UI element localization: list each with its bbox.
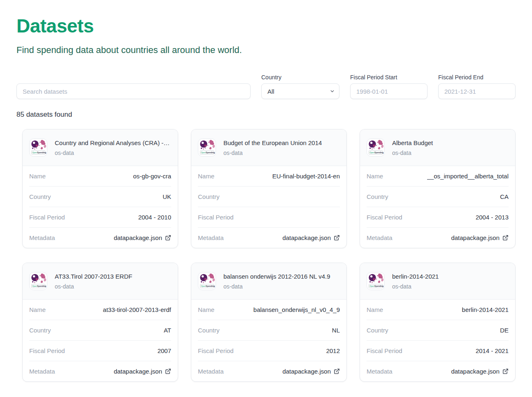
dataset-metadata-row: Metadata datapackage.json <box>198 361 340 381</box>
country-filter: Country All <box>261 74 339 99</box>
metadata-row-label: Metadata <box>29 368 55 375</box>
dataset-country-row: Country <box>198 186 340 207</box>
fiscal-period-row-label: Fiscal Period <box>198 214 234 221</box>
dataset-card-header: OpenSpending Country and Regional Analys… <box>23 129 178 166</box>
datapackage-link[interactable]: datapackage.json <box>114 234 171 241</box>
datapackage-link[interactable]: datapackage.json <box>451 368 509 375</box>
dataset-fiscal-period-row: Fiscal Period 2012 <box>198 340 340 361</box>
fiscal-period-row-label: Fiscal Period <box>29 347 65 354</box>
openspending-logo-icon: OpenSpending <box>29 138 47 157</box>
dataset-fiscal-period-value: 2007 <box>158 347 171 354</box>
dataset-name-row: Name at33-tirol-2007-2013-erdf <box>29 300 171 320</box>
search-input[interactable] <box>16 83 251 99</box>
datapackage-link-label: datapackage.json <box>114 368 162 375</box>
dataset-metadata-row: Metadata datapackage.json <box>29 361 171 381</box>
dataset-country-value: AT <box>164 327 171 334</box>
openspending-logo-icon: OpenSpending <box>367 138 385 157</box>
country-row-label: Country <box>29 193 51 200</box>
dataset-title: balansen onderwijs 2012-2016 NL v4.9 <box>223 273 340 280</box>
openspending-logo-icon: OpenSpending <box>367 272 385 290</box>
openspending-logo-icon: OpenSpending <box>29 272 47 290</box>
country-filter-label: Country <box>261 74 339 81</box>
dataset-card-header: OpenSpending Alberta Budget os-data <box>360 129 515 166</box>
fiscal-period-end-filter: Fiscal Period End <box>438 74 516 99</box>
dataset-card-head-text: Budget of the European Union 2014 os-dat… <box>223 139 340 156</box>
dataset-card: OpenSpending Budget of the European Unio… <box>191 129 347 248</box>
dataset-country-value: DE <box>500 327 509 334</box>
name-row-label: Name <box>198 306 214 313</box>
dataset-card-rows: Name at33-tirol-2007-2013-erdf Country A… <box>23 300 178 381</box>
svg-text:OpenSpending: OpenSpending <box>32 285 46 287</box>
name-row-label: Name <box>198 173 214 180</box>
dataset-owner: os-data <box>223 283 340 290</box>
dataset-metadata-row: Metadata datapackage.json <box>198 227 340 248</box>
datapackage-link[interactable]: datapackage.json <box>282 234 340 241</box>
svg-text:OpenSpending: OpenSpending <box>32 152 46 154</box>
dataset-name-row: Name balansen_onderwijs_nl_v0_4_9 <box>198 300 340 320</box>
fiscal-period-end-label: Fiscal Period End <box>438 74 516 81</box>
fiscal-period-start-label: Fiscal Period Start <box>350 74 427 81</box>
fiscal-period-row-label: Fiscal Period <box>198 347 234 354</box>
dataset-metadata-row: Metadata datapackage.json <box>367 227 509 248</box>
filter-bar: Country All Fiscal Period Start Fiscal P… <box>16 74 516 99</box>
dataset-fiscal-period-row: Fiscal Period 2004 - 2013 <box>367 207 509 227</box>
datapackage-link[interactable]: datapackage.json <box>114 368 171 375</box>
datapackage-link-label: datapackage.json <box>114 234 162 241</box>
dataset-country-row: Country CA <box>367 186 509 207</box>
dataset-country-row: Country NL <box>198 320 340 340</box>
fiscal-period-row-label: Fiscal Period <box>367 214 402 221</box>
metadata-row-label: Metadata <box>198 368 224 375</box>
dataset-fiscal-period-value: 2014 - 2021 <box>476 347 509 354</box>
dataset-title: Country and Regional Analyses (CRA) - UK… <box>55 139 171 146</box>
dataset-fiscal-period-value: 2004 - 2010 <box>138 214 171 221</box>
name-row-label: Name <box>29 173 46 180</box>
dataset-owner: os-data <box>392 283 509 290</box>
country-row-label: Country <box>198 193 220 200</box>
dataset-card: OpenSpending Country and Regional Analys… <box>22 129 178 248</box>
dataset-grid: OpenSpending Country and Regional Analys… <box>22 129 516 382</box>
dataset-name-value: at33-tirol-2007-2013-erdf <box>103 306 171 313</box>
datapackage-link-label: datapackage.json <box>451 234 499 241</box>
name-row-label: Name <box>29 306 46 313</box>
dataset-country-row: Country UK <box>29 186 171 207</box>
fiscal-period-start-input[interactable] <box>350 83 427 99</box>
svg-text:OpenSpending: OpenSpending <box>201 285 215 287</box>
dataset-owner: os-data <box>55 150 171 156</box>
page-subtitle: Find spending data about countries all a… <box>16 45 516 55</box>
dataset-metadata-row: Metadata datapackage.json <box>367 361 509 381</box>
dataset-fiscal-period-row: Fiscal Period 2014 - 2021 <box>367 340 509 361</box>
country-row-label: Country <box>367 327 388 334</box>
dataset-name-row: Name EU-final-budget-2014-en <box>198 166 340 186</box>
dataset-fiscal-period-row: Fiscal Period <box>198 207 340 227</box>
search-field-wrap <box>16 83 251 99</box>
dataset-card-header: OpenSpending AT33.Tirol 2007-2013 ERDF o… <box>23 263 178 300</box>
country-select[interactable]: All <box>261 83 339 99</box>
dataset-card: OpenSpending AT33.Tirol 2007-2013 ERDF o… <box>22 263 178 382</box>
dataset-fiscal-period-value: 2012 <box>326 347 340 354</box>
dataset-card-rows: Name balansen_onderwijs_nl_v0_4_9 Countr… <box>191 300 346 381</box>
external-link-icon <box>502 368 509 374</box>
dataset-country-value: NL <box>332 327 340 334</box>
external-link-icon <box>334 368 340 374</box>
dataset-fiscal-period-row: Fiscal Period 2004 - 2010 <box>29 207 171 227</box>
openspending-logo-icon: OpenSpending <box>198 272 216 290</box>
dataset-card-rows: Name __os_imported__alberta_total Countr… <box>360 166 515 248</box>
datapackage-link[interactable]: datapackage.json <box>282 368 340 375</box>
datapackage-link[interactable]: datapackage.json <box>451 234 509 241</box>
dataset-card-header: OpenSpending Budget of the European Unio… <box>191 129 346 166</box>
dataset-owner: os-data <box>392 150 509 156</box>
dataset-metadata-row: Metadata datapackage.json <box>29 227 171 248</box>
dataset-card-head-text: Alberta Budget os-data <box>392 139 509 156</box>
dataset-title: berlin-2014-2021 <box>392 273 509 280</box>
dataset-title: Alberta Budget <box>392 139 509 146</box>
dataset-title: Budget of the European Union 2014 <box>223 139 340 146</box>
dataset-name-value: __os_imported__alberta_total <box>427 173 509 180</box>
dataset-card-rows: Name os-gb-gov-cra Country UK Fiscal Per… <box>23 166 178 248</box>
dataset-owner: os-data <box>55 283 171 290</box>
dataset-card-rows: Name berlin-2014-2021 Country DE Fiscal … <box>360 300 515 381</box>
external-link-icon <box>165 368 171 374</box>
dataset-country-value: UK <box>163 193 171 200</box>
fiscal-period-end-input[interactable] <box>438 83 516 99</box>
datapackage-link-label: datapackage.json <box>282 368 331 375</box>
page-title: Datasets <box>16 15 516 37</box>
